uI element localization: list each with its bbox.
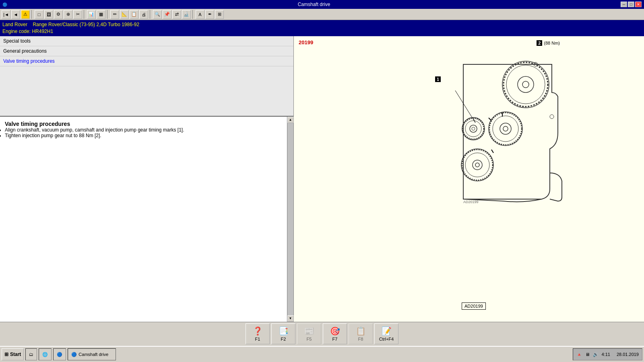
- label-2-text: (88 Nm): [544, 41, 560, 45]
- scroll-bar[interactable]: ▲ ▼: [287, 117, 293, 322]
- svg-point-16: [465, 121, 481, 137]
- system-tray: 🔺 🖥 🔊 4:11 28.01.2019: [573, 348, 642, 360]
- print-button[interactable]: 🖨: [139, 10, 148, 19]
- copy-button[interactable]: 📋: [130, 10, 138, 19]
- f8-button: 📋 F8: [349, 323, 373, 344]
- grid-button[interactable]: ▦: [97, 10, 105, 19]
- zoom-button[interactable]: ⊕: [64, 10, 72, 19]
- toolbar-separator-4: [150, 10, 151, 19]
- close-button[interactable]: ✕: [635, 2, 642, 7]
- label-2-badge: 2: [537, 40, 542, 46]
- scroll-down-arrow[interactable]: ▼: [287, 315, 294, 322]
- f1-icon: ❓: [253, 326, 263, 336]
- view-button[interactable]: □: [35, 10, 43, 19]
- nav-section: Special tools General precautions Valve …: [0, 36, 293, 117]
- image-button[interactable]: 🖼: [44, 10, 53, 19]
- edit-button[interactable]: ✏: [110, 10, 119, 19]
- gear-diagram-svg: AD20199: [443, 52, 572, 205]
- search-button[interactable]: 🔍: [153, 10, 162, 19]
- brand-label: Land Rover: [2, 22, 27, 27]
- minimize-button[interactable]: ─: [621, 2, 627, 7]
- label-2-container: 2 (88 Nm): [537, 40, 560, 46]
- active-window-icon: 🔵: [71, 352, 77, 357]
- tray-icon-1: 🔺: [576, 352, 582, 357]
- cut-button[interactable]: ✂: [73, 10, 82, 19]
- toolbar: |◄ ◄ ⚠ □ 🖼 ⚙ ⊕ ✂ 📊 ▦ ✏ 📐 📋 🖨 🔍 📌 ⇄ 🔬 A ✒…: [0, 9, 644, 20]
- start-icon: ⊞: [4, 352, 8, 357]
- svg-point-11: [465, 153, 489, 177]
- micro-button[interactable]: 🔬: [182, 10, 191, 19]
- nav-item-special-tools[interactable]: Special tools: [0, 36, 293, 46]
- f8-label: F8: [358, 337, 363, 341]
- title-bar: 🔵 Camshaft drive ─ □ ✕: [0, 0, 644, 9]
- f8-icon: 📋: [356, 326, 366, 336]
- svg-point-13: [475, 163, 479, 167]
- svg-point-9: [489, 113, 522, 145]
- tray-icon-3: 🔊: [593, 352, 599, 357]
- svg-point-0: [502, 61, 549, 108]
- swap-button[interactable]: ⇄: [172, 10, 181, 19]
- first-page-button[interactable]: |◄: [2, 10, 10, 19]
- draw-button[interactable]: ✒: [205, 10, 214, 19]
- svg-point-5: [489, 112, 522, 146]
- f2-icon: 📑: [279, 326, 289, 336]
- ctrlf4-button[interactable]: 📝 Ctrl+F4: [374, 323, 398, 344]
- nav-item-valve-timing[interactable]: Valve timing procedures: [0, 56, 293, 66]
- diagram-caption: AD20199: [462, 302, 486, 310]
- toolbar-separator-5: [192, 10, 194, 19]
- chart-button[interactable]: 📊: [87, 10, 96, 19]
- start-button[interactable]: ⊞ Start: [2, 348, 24, 360]
- nav-item-general-precautions[interactable]: General precautions: [0, 46, 293, 56]
- content-section: Valve timing procedures Align crankshaft…: [0, 117, 293, 322]
- date: 28.01.2019: [617, 352, 639, 357]
- grid2-button[interactable]: ⊞: [215, 10, 224, 19]
- f2-label: F2: [281, 337, 286, 341]
- app3-icon: 🔵: [57, 352, 62, 357]
- content-title: Valve timing procedures: [5, 121, 282, 127]
- content-scroll[interactable]: Valve timing procedures Align crankshaft…: [0, 117, 287, 322]
- taskbar: ⊞ Start 🗂 🌐 🔵 🔵 Camshaft drive 🔺 🖥 🔊 4:1…: [0, 346, 644, 362]
- f7-icon: 🎯: [330, 326, 340, 336]
- svg-point-8: [503, 126, 508, 131]
- scroll-track[interactable]: [287, 123, 293, 315]
- ctrlf4-icon: 📝: [382, 326, 392, 336]
- window-title: Camshaft drive: [7, 2, 621, 7]
- taskbar-app3[interactable]: 🔵: [53, 348, 66, 360]
- f7-label: F7: [332, 337, 338, 341]
- scroll-up-arrow[interactable]: ▲: [287, 117, 294, 123]
- bullet-1: Align crankshaft, vacuum pump, camshaft …: [5, 127, 282, 133]
- maximize-button[interactable]: □: [628, 2, 634, 7]
- f5-button: 📰 F5: [297, 323, 321, 344]
- svg-point-12: [473, 160, 482, 170]
- text-button[interactable]: A: [196, 10, 204, 19]
- svg-point-10: [461, 149, 493, 181]
- prev-page-button[interactable]: ◄: [11, 10, 20, 19]
- svg-point-14: [462, 150, 493, 180]
- tools-button[interactable]: ⚙: [54, 10, 63, 19]
- taskbar-active-window[interactable]: 🔵 Camshaft drive: [68, 348, 116, 360]
- f5-icon: 📰: [304, 326, 314, 336]
- bullet-2: Tighten injection pump gear nut to 88 Nm…: [5, 133, 282, 138]
- f7-button[interactable]: 🎯 F7: [323, 323, 347, 344]
- taskbar-chrome[interactable]: 🌐: [39, 348, 52, 360]
- warning-button[interactable]: ⚠: [21, 10, 30, 19]
- svg-point-26: [550, 115, 554, 119]
- f2-button[interactable]: 📑 F2: [271, 323, 295, 344]
- svg-point-2: [518, 76, 534, 93]
- pin-button[interactable]: 📌: [163, 10, 171, 19]
- engine-code-label: Engine code: HR492H1: [2, 29, 53, 34]
- svg-point-18: [472, 127, 475, 130]
- f1-button[interactable]: ❓ F1: [246, 323, 270, 344]
- taskbar-file-manager[interactable]: 🗂: [25, 348, 37, 360]
- f1-label: F1: [255, 337, 260, 341]
- svg-point-19: [463, 118, 484, 139]
- svg-text:AD20199: AD20199: [463, 200, 479, 204]
- diagram-number: 20199: [299, 39, 313, 45]
- chrome-icon: 🌐: [42, 352, 48, 357]
- label-1-badge: 1: [435, 76, 441, 82]
- f5-label: F5: [307, 337, 312, 341]
- svg-point-7: [500, 123, 511, 134]
- model-label: Range Rover/Classic (73-95) 2,4D Turbo 1…: [33, 22, 139, 27]
- measure-button[interactable]: 📐: [120, 10, 129, 19]
- tray-icon-2: 🖥: [585, 352, 590, 357]
